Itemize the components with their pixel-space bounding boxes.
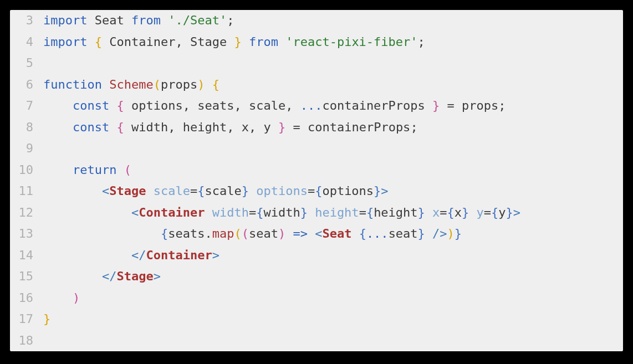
token: =: [190, 184, 197, 198]
token: const: [73, 99, 109, 112]
token: y: [477, 206, 484, 219]
token: =: [484, 206, 491, 219]
code-line[interactable]: 6function Scheme(props) {: [10, 74, 623, 96]
token: [43, 120, 73, 134]
line-number: 5: [10, 53, 43, 74]
code-content[interactable]: </Stage>: [43, 266, 161, 288]
token: './Seat': [168, 13, 227, 27]
token: [43, 184, 102, 198]
token: {: [95, 35, 102, 49]
token: from: [131, 13, 161, 27]
line-number: 6: [10, 74, 43, 96]
token: seats: [197, 99, 234, 112]
token: [234, 120, 241, 134]
code-line[interactable]: 4import { Container, Stage } from 'react…: [10, 32, 623, 53]
token: ,: [234, 99, 241, 112]
token: seats: [168, 227, 205, 240]
token: height: [374, 206, 417, 219]
token: width: [263, 206, 300, 219]
token: [242, 99, 249, 112]
code-content[interactable]: <Stage scale={scale} options={options}>: [43, 181, 389, 202]
token: [469, 206, 476, 219]
code-line[interactable]: 8 const { width, height, x, y } = contai…: [10, 117, 623, 139]
code-line[interactable]: 12 <Container width={width} height={heig…: [10, 202, 623, 224]
code-content[interactable]: function Scheme(props) {: [43, 74, 219, 96]
token: >: [212, 248, 219, 262]
token: [109, 120, 116, 134]
code-content[interactable]: return (: [43, 160, 131, 181]
line-number: 8: [10, 117, 43, 139]
code-content[interactable]: import { Container, Stage } from 'react-…: [43, 32, 425, 53]
token: (: [124, 163, 131, 177]
token: <: [315, 227, 322, 240]
token: scale: [249, 99, 285, 112]
code-content[interactable]: {seats.map((seat) => <Seat {...seat} />)…: [43, 223, 462, 245]
token: ...: [366, 227, 389, 240]
token: ,: [175, 35, 182, 49]
code-content[interactable]: const { width, height, x, y } = containe…: [43, 117, 418, 139]
token: .: [205, 227, 212, 240]
code-content[interactable]: <Container width={width} height={height}…: [43, 202, 520, 224]
code-line[interactable]: 11 <Stage scale={scale} options={options…: [10, 181, 623, 202]
token: }: [234, 35, 241, 49]
token: Seat: [322, 227, 351, 240]
token: {: [366, 206, 374, 219]
token: [190, 99, 197, 112]
token: ...: [300, 99, 323, 112]
code-line[interactable]: 9: [10, 138, 623, 160]
code-line[interactable]: 13 {seats.map((seat) => <Seat {...seat} …: [10, 223, 623, 245]
code-content[interactable]: </Container>: [43, 245, 219, 266]
token: [109, 99, 116, 112]
token: import: [43, 13, 87, 27]
code-content[interactable]: const { options, seats, scale, ...contai…: [43, 95, 506, 117]
token: [43, 99, 73, 112]
code-editor[interactable]: 3import Seat from './Seat';4import { Con…: [10, 10, 623, 351]
code-line[interactable]: 14 </Container>: [10, 245, 623, 266]
code-line[interactable]: 3import Seat from './Seat';: [10, 10, 623, 32]
token: width: [131, 120, 168, 134]
token: scale: [205, 184, 241, 198]
code-line[interactable]: 15 </Stage>: [10, 266, 623, 288]
token: (: [234, 227, 241, 240]
token: [124, 13, 131, 27]
code-line[interactable]: 7 const { options, seats, scale, ...cont…: [10, 95, 623, 117]
code-line[interactable]: 18: [10, 330, 623, 352]
code-window: 3import Seat from './Seat';4import { Con…: [0, 0, 633, 364]
token: Stage: [190, 35, 227, 49]
token: {: [197, 184, 205, 198]
line-number: 15: [10, 266, 43, 288]
token: [300, 120, 308, 134]
token: [102, 78, 109, 91]
token: {: [447, 206, 455, 219]
token: [124, 120, 131, 134]
token: [205, 78, 212, 91]
code-content[interactable]: ): [43, 288, 80, 309]
token: [249, 184, 256, 198]
token: ,: [227, 120, 234, 134]
token: [293, 99, 300, 112]
token: (: [154, 78, 161, 91]
token: Stage: [109, 184, 146, 198]
token: map: [212, 227, 234, 240]
code-line[interactable]: 16 ): [10, 288, 623, 309]
code-line[interactable]: 5: [10, 53, 623, 74]
code-line[interactable]: 17}: [10, 309, 623, 330]
token: props: [161, 78, 197, 91]
token: {: [116, 99, 124, 112]
code-line[interactable]: 10 return (: [10, 160, 623, 181]
token: =: [440, 206, 447, 219]
token: [43, 269, 102, 283]
token: {: [161, 227, 168, 240]
token: [183, 35, 190, 49]
token: Scheme: [109, 78, 153, 91]
code-content[interactable]: }: [43, 309, 50, 330]
token: [256, 120, 263, 134]
code-content[interactable]: import Seat from './Seat';: [43, 10, 234, 32]
token: Seat: [95, 13, 124, 27]
token: }: [278, 120, 285, 134]
line-number: 9: [10, 138, 43, 160]
token: }: [462, 206, 469, 219]
token: height: [183, 120, 227, 134]
token: ): [73, 291, 80, 305]
token: =: [249, 206, 256, 219]
